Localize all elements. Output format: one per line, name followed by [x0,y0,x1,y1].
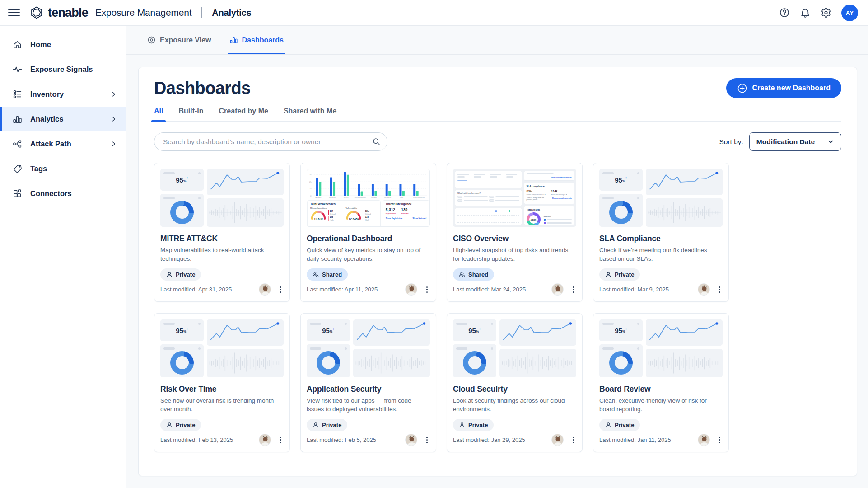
svg-text:Account: Account [315,197,321,198]
dashboard-card[interactable]: 95%↑ [154,163,290,302]
dashboard-thumbnail: 3k 2k 1k 0 [307,169,430,227]
last-modified: Last modified: Apr 11, 2025 [307,286,378,293]
dashboard-card[interactable]: 95%↑ [593,163,729,302]
badge-label: Shared [468,271,488,278]
person-icon [605,272,611,277]
card-description: View risk tied to our apps — from code i… [307,397,430,413]
badge-label: Private [176,271,195,278]
last-modified: Last modified: Feb 5, 2025 [307,436,376,443]
dashboard-card[interactable]: 95%↑ [300,313,436,452]
search-input[interactable] [154,133,365,150]
last-modified: Last modified: Apr 31, 2025 [160,286,232,293]
sidebar-item-analytics[interactable]: Analytics [0,107,126,131]
mini-donut-chart [609,201,633,224]
sidebar-item-exposure-signals[interactable]: Exposure Signals [0,57,126,82]
settings-gear-icon[interactable] [821,7,831,18]
total-assets-panel: Total Assets 258k Sources [524,206,575,225]
main-content: Exposure View Dashboards Dashboards [126,26,868,488]
mini-waveform-chart [646,349,723,377]
sidebar-item-inventory[interactable]: Inventory [0,82,126,107]
filter-tab-built-in[interactable]: Built-In [178,107,203,121]
create-button-label: Create new Dashboard [752,84,831,92]
tab-label: Dashboards [242,36,284,44]
badge-label: Private [176,422,195,428]
card-menu-kebab[interactable] [717,435,723,445]
app-window: tenable Exposure Management Analytics AY [0,0,868,488]
people-icon [459,272,465,277]
create-dashboard-button[interactable]: Create new Dashboard [726,78,841,98]
badge-label: Private [468,422,488,428]
dashboard-card[interactable]: 95%↑ [593,313,729,452]
sidebar-item-home[interactable]: Home [0,32,126,57]
sidebar-item-tags[interactable]: Tags [0,156,126,181]
bar-chart-icon [12,114,23,124]
tab-dashboards[interactable]: Dashboards [229,26,284,54]
mini-grouped-bar-chart: 3k 2k 1k 0 [307,169,429,198]
attack-path-icon [12,139,23,149]
card-menu-kebab[interactable] [570,435,576,445]
svg-text:Other resources: Other resources [413,197,425,198]
hamburger-menu-icon[interactable] [8,7,20,19]
filter-tab-created-by-me[interactable]: Created by Me [219,107,268,121]
tenable-logo-icon [30,6,43,19]
card-menu-kebab[interactable] [424,435,430,445]
sidebar-item-label: Analytics [30,115,63,123]
help-icon[interactable] [779,7,790,18]
badge-label: Private [615,422,634,428]
toolbar: Sort by: Modification Date [154,132,841,151]
person-icon [313,422,319,428]
user-avatar[interactable]: AY [841,5,858,21]
dashboards-panel: Dashboards Create new Dashboard All Buil… [138,67,857,476]
plus-circle-icon [737,83,747,94]
owner-avatar [551,283,564,296]
mini-waveform-chart [207,349,284,377]
svg-text:0: 0 [310,195,312,197]
card-description: Map vulnerabilities to real-world attack… [160,246,284,263]
card-menu-kebab[interactable] [424,285,430,295]
privacy-badge: Private [599,419,640,431]
svg-text:Resource: Resource [384,197,391,198]
dashboard-card[interactable]: 95%↑ [447,313,583,452]
sidebar-item-connectors[interactable]: Connectors [0,181,126,206]
chevron-right-icon [110,91,117,98]
search-button[interactable] [365,133,387,150]
privacy-badge: Private [160,419,201,431]
product-name: Exposure Management [95,7,191,18]
search-icon [372,137,381,146]
page-title: Dashboards [154,79,251,98]
sidebar-item-label: Tags [30,164,47,173]
owner-avatar [698,283,710,296]
home-icon [12,39,23,50]
dashboard-card[interactable]: 95%↑ [154,313,290,452]
card-menu-kebab[interactable] [717,285,723,295]
threat-intelligence-panel: Threat Intelligence 5,312Exploitable 139… [383,200,429,227]
sort-dropdown[interactable]: Modification Date [749,132,841,151]
tab-exposure-view[interactable]: Exposure View [147,26,211,54]
dashboard-card[interactable]: What’s driving the score? [447,163,583,302]
tag-icon [12,164,23,174]
svg-text:Storage: Storage [371,197,377,198]
brand-logo: tenable Exposure Management Analytics [30,6,251,20]
filter-tab-shared-with-me[interactable]: Shared with Me [284,107,336,121]
person-icon [166,272,173,277]
card-description: High-level snapshot of top risks and tre… [453,246,576,263]
mini-donut-chart: 258k [527,212,541,225]
card-menu-kebab[interactable] [278,285,284,295]
privacy-badge: Private [599,268,640,281]
sidebar-item-attack-path[interactable]: Attack Path [0,131,126,156]
dashboard-card[interactable]: 3k 2k 1k 0 [300,163,436,302]
filter-tab-all[interactable]: All [154,107,163,121]
card-menu-kebab[interactable] [570,285,576,295]
brand-name: tenable [48,6,88,20]
dashboard-thumbnail: 95%↑ [160,319,284,377]
sidebar-item-label: Inventory [30,90,64,99]
mini-donut-chart [170,201,194,224]
last-modified: Last modified: Mar 24, 2025 [453,286,526,293]
svg-text:Role: Role [400,197,403,198]
card-description: See how our overall risk is trending mon… [160,397,284,413]
sidebar-item-label: Exposure Signals [30,65,93,74]
svg-text:Device: Device [344,197,349,198]
mini-waveform-chart [646,198,723,227]
notifications-bell-icon[interactable] [800,7,811,18]
card-menu-kebab[interactable] [278,435,284,445]
